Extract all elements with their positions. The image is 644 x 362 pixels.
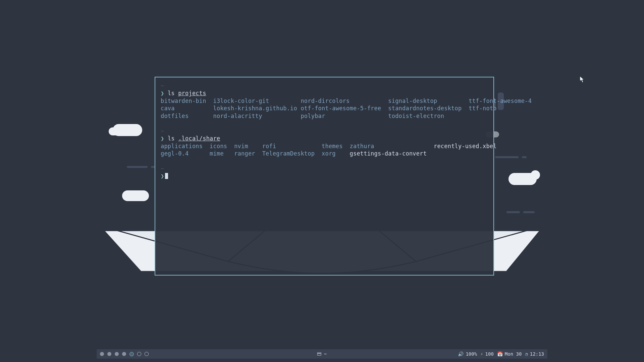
ls-entry: themes: [322, 143, 350, 149]
clock-icon: ◔: [525, 351, 528, 357]
ls-entry: polybar: [301, 113, 388, 119]
date-value: Mon 30: [505, 351, 522, 357]
window-icon: [317, 352, 321, 356]
cloud-decoration: [122, 190, 149, 201]
workspace-3[interactable]: [115, 352, 119, 356]
ls-entry: cava: [161, 105, 213, 112]
clock-value: 12:13: [530, 351, 544, 357]
workspace-5[interactable]: [129, 352, 134, 356]
ls-entry: dotfiles: [161, 113, 213, 119]
bar-right: 🔊 100% ⚡ 100 📅 Mon 30 ◔ 12:13: [458, 351, 544, 357]
ls-entry: zathura: [350, 143, 434, 149]
ls-entry: nord-dircolors: [301, 98, 388, 104]
clock-widget[interactable]: ◔ 12:13: [525, 351, 544, 357]
bar-center: ~: [317, 351, 327, 357]
active-window-title: ~: [324, 351, 327, 357]
ls-entry: ttf-noto: [469, 105, 496, 112]
ls-entry: applications: [161, 143, 210, 149]
terminal-window[interactable]: ~❯ ls projectsbitwarden-bin i3lock-color…: [155, 77, 494, 276]
ls-entry: todoist-electron: [388, 113, 469, 119]
workspace-7[interactable]: [145, 352, 149, 356]
volume-value: 100%: [466, 351, 477, 357]
calendar-icon: 📅: [497, 351, 503, 357]
volume-icon: 🔊: [458, 351, 464, 357]
cloud-decoration: [113, 124, 142, 136]
decorative-line: [495, 156, 519, 158]
ls-entry: nvim: [234, 143, 262, 149]
ls-entry: i3lock-color-git: [213, 98, 301, 104]
cloud-decoration: [508, 173, 537, 185]
workspace-2[interactable]: [107, 352, 111, 356]
date-widget[interactable]: 📅 Mon 30: [497, 351, 522, 357]
decorative-line: [127, 166, 148, 168]
bar-left: [100, 352, 149, 356]
ls-entry: rofi: [262, 143, 322, 149]
ls-entry: otf-font-awesome-5-free: [301, 105, 388, 112]
ls-entry: mime: [210, 150, 234, 157]
ls-entry: nord-alacritty: [213, 113, 301, 119]
ls-entry: standardnotes-desktop: [388, 105, 469, 112]
battery-icon: ⚡: [480, 351, 483, 357]
status-bar: ~ 🔊 100% ⚡ 100 📅 Mon 30 ◔ 12:13: [97, 349, 547, 359]
ls-entry: recently-used.xbel: [434, 143, 497, 149]
prompt-cwd: ~: [161, 82, 488, 89]
ls-entry: TelegramDesktop: [262, 150, 322, 157]
ls-entry: signal-desktop: [388, 98, 469, 104]
workspace-4[interactable]: [122, 352, 126, 356]
ls-entry: lokesh-krishna.github.io: [213, 105, 301, 112]
ls-entry: gsettings-data-convert: [350, 150, 434, 157]
ls-entry: xorg: [322, 150, 350, 157]
workspace-1[interactable]: [100, 352, 104, 356]
prompt-cwd: ~: [161, 165, 488, 172]
command-arg: .local/share: [178, 135, 220, 142]
workspace-6[interactable]: [137, 352, 141, 356]
mouse-cursor: [580, 76, 585, 84]
command: ls: [168, 90, 175, 97]
ls-entry: gegl-0.4: [161, 150, 210, 157]
prompt-symbol: ❯: [161, 90, 164, 97]
command: ls: [168, 135, 175, 142]
cursor: [165, 173, 168, 179]
ls-entry: ttf-font-awesome-4: [469, 98, 532, 104]
battery-value: 100: [485, 351, 494, 357]
battery-widget: ⚡ 100: [480, 351, 494, 357]
ls-entry: icons: [210, 143, 234, 149]
ls-entry: bitwarden-bin: [161, 98, 213, 104]
decorative-line: [523, 211, 535, 213]
prompt-symbol: ❯: [161, 135, 164, 142]
workspace-switcher: [100, 352, 149, 356]
decorative-line: [506, 211, 520, 213]
ls-entry: ranger: [234, 150, 262, 157]
volume-widget[interactable]: 🔊 100%: [458, 351, 477, 357]
command-arg: projects: [178, 90, 206, 97]
prompt-cwd: ~: [161, 127, 488, 135]
decorative-line: [522, 156, 527, 158]
prompt-symbol: ❯: [161, 173, 164, 179]
